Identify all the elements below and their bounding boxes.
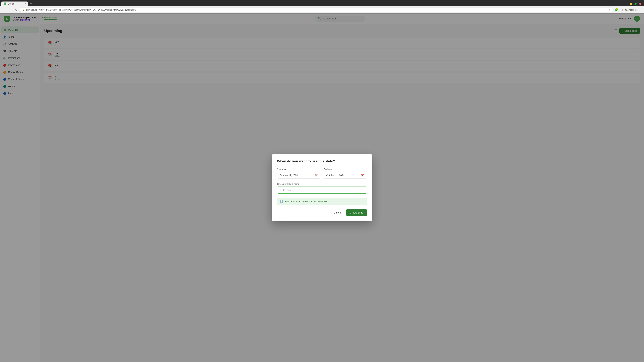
lock-icon: 🔒 [22, 8, 25, 11]
end-date-label: End date [324, 168, 367, 170]
tab-close-button[interactable]: × [24, 2, 26, 5]
browser-chrome: S Events × + ← → ↻ 🔒 admin.sli.do/events… [0, 0, 644, 13]
create-slido-modal: When do you want to use this slido? Star… [272, 154, 372, 221]
new-tab-button[interactable]: + [29, 1, 33, 6]
incognito-label: Incognito [628, 9, 636, 11]
forward-button[interactable]: → [8, 8, 13, 12]
slido-name-label: Give your slido a name [277, 183, 367, 185]
extensions-button[interactable]: 🧩 [614, 7, 619, 12]
modal-actions: Cancel Create slido [277, 209, 367, 216]
create-slido-confirm-button[interactable]: Create slido [346, 209, 367, 216]
browser-nav-icons: 🧩 ⬇ 🕵 Incognito ⋮ [614, 7, 642, 12]
info-text: Anyone with the code or link can partici… [285, 200, 327, 203]
start-date-group: Start date October 11, 2024 📅 [277, 168, 320, 179]
reload-button[interactable]: ↻ [14, 7, 18, 12]
start-date-label: Start date [277, 168, 320, 170]
back-button[interactable]: ← [2, 8, 7, 12]
nav-bar: ← → ↻ 🔒 admin.sli.do/events?_gl=1*23hhvy… [0, 6, 644, 13]
menu-button[interactable]: ⋮ [638, 7, 642, 12]
maximize-button[interactable] [634, 3, 636, 5]
close-button[interactable] [639, 3, 641, 5]
start-calendar-icon: 📅 [314, 174, 318, 177]
download-button[interactable]: ⬇ [620, 7, 624, 12]
active-tab[interactable]: S Events × [1, 1, 28, 6]
participation-info: ℹ️ Anyone with the code or link can part… [277, 198, 367, 205]
start-date-input[interactable]: October 11, 2024 📅 [277, 172, 320, 179]
tab-bar: S Events × + [0, 0, 644, 6]
end-date-value: October 11, 2024 [326, 174, 360, 177]
info-icon: ℹ️ [280, 200, 283, 203]
address-bar[interactable]: 🔒 admin.sli.do/events?_gl=1*23hhvy*_gcl_… [20, 7, 613, 12]
tab-title: Events [8, 2, 14, 5]
modal-title: When do you want to use this slido? [277, 159, 367, 163]
star-icon[interactable]: ☆ [608, 8, 610, 11]
end-date-input[interactable]: October 11, 2024 📅 [324, 172, 367, 179]
minimize-button[interactable] [630, 3, 632, 5]
window-controls [630, 3, 643, 5]
tab-favicon: S [4, 2, 6, 5]
end-date-group: End date October 11, 2024 📅 [324, 168, 367, 179]
slido-name-group: Give your slido a name [277, 183, 367, 194]
date-row: Start date October 11, 2024 📅 End date O… [277, 168, 367, 179]
incognito-button[interactable]: 🕵 Incognito [625, 7, 636, 12]
incognito-icon: 🕵 [625, 9, 628, 11]
modal-overlay[interactable]: When do you want to use this slido? Star… [0, 13, 644, 362]
cancel-button[interactable]: Cancel [331, 210, 344, 216]
address-text: admin.sli.do/events?_gl=1*23hhvy*_gcl_au… [26, 9, 607, 11]
slido-name-input[interactable] [277, 187, 367, 194]
start-date-value: October 11, 2024 [280, 174, 313, 177]
end-calendar-icon: 📅 [361, 174, 364, 177]
